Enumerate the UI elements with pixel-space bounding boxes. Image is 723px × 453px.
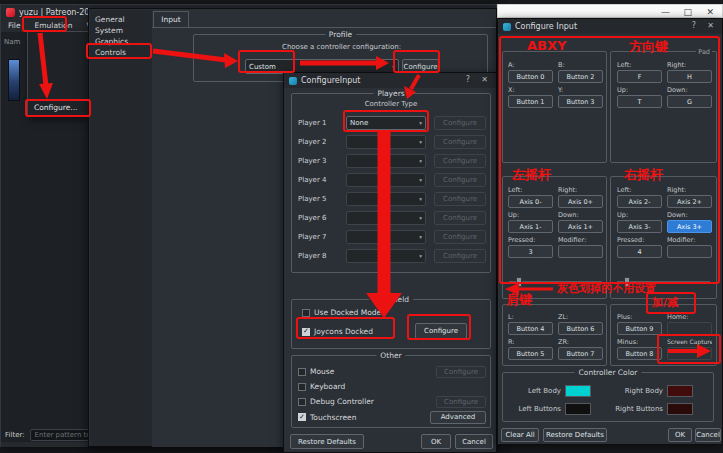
game-thumbnail[interactable] <box>8 59 20 101</box>
player-1-controller-value: None <box>350 119 368 127</box>
right-body-swatch[interactable] <box>667 385 693 397</box>
debug-configure-button[interactable]: Configure <box>436 396 486 408</box>
player-5-configure-button[interactable]: Configure <box>434 192 486 206</box>
rstick-pressed-button[interactable]: 4 <box>617 245 662 258</box>
restore-defaults-button[interactable]: Restore Defaults <box>543 428 607 442</box>
player-8-configure-button[interactable]: Configure <box>434 249 486 263</box>
system-minus-button[interactable]: Button 8 <box>617 347 662 360</box>
clear-all-button[interactable]: Clear All <box>501 428 539 442</box>
dialog-icon <box>503 23 511 31</box>
player-4-controller-combo[interactable]: ▾ <box>346 173 426 187</box>
sidebar-item-general[interactable]: General <box>90 14 152 25</box>
menu-item-configure[interactable]: Configure... <box>30 101 88 114</box>
dropdown-arrow-icon: ▾ <box>419 196 422 202</box>
input-mapping-dialog: Configure Input ? ✕ A:Button 0 B:Button … <box>497 18 723 445</box>
face-b-button[interactable]: Button 2 <box>558 70 603 83</box>
sidebar-item-controls[interactable]: Controls <box>90 47 152 58</box>
ci-restore-defaults-button[interactable]: Restore Defaults <box>290 434 364 449</box>
tab-input[interactable]: Input <box>153 11 189 27</box>
dpad-group: Pad Left:F Right:H Up:T Down:G <box>610 51 717 163</box>
player-2-controller-combo[interactable]: ▾ <box>346 135 426 149</box>
player-5-controller-combo[interactable]: ▾ <box>346 192 426 206</box>
dpad-up-button[interactable]: T <box>617 95 662 108</box>
right-buttons-swatch[interactable] <box>667 403 693 415</box>
lstick-left-button[interactable]: Axis 0- <box>508 195 553 208</box>
dpad-down-button[interactable]: G <box>667 95 712 108</box>
checkbox-joycons-docked[interactable]: ✓ Joycons Docked <box>302 327 373 336</box>
dpad-left-button[interactable]: F <box>617 70 662 83</box>
player-8-controller-combo[interactable]: ▾ <box>346 249 426 263</box>
system-home-button[interactable] <box>667 322 712 335</box>
checkbox-keyboard[interactable]: Keyboard <box>298 382 345 391</box>
dpad-right-button[interactable]: H <box>667 70 712 83</box>
check-icon: ✓ <box>299 414 305 421</box>
minimize-icon[interactable]: — <box>661 5 670 19</box>
rstick-left-button[interactable]: Axis 2- <box>617 195 662 208</box>
face-a-button[interactable]: Button 0 <box>508 70 553 83</box>
player-2-configure-button[interactable]: Configure <box>434 135 486 149</box>
shoulder-zl-button[interactable]: Button 6 <box>558 322 603 335</box>
face-x-button[interactable]: Button 1 <box>508 95 553 108</box>
rstick-right-button[interactable]: Axis 2+ <box>667 195 712 208</box>
close-icon[interactable]: ✕ <box>706 5 714 19</box>
checkbox-box <box>298 368 306 376</box>
sidebar-item-graphics[interactable]: Graphics <box>90 36 152 47</box>
sidebar-item-system[interactable]: System <box>90 25 152 36</box>
help-icon[interactable]: ? <box>692 21 696 30</box>
checkbox-debug-controller[interactable]: Debug Controller <box>298 397 374 406</box>
player-6-configure-button[interactable]: Configure <box>434 211 486 225</box>
shoulder-l-button[interactable]: Button 4 <box>508 322 553 335</box>
handheld-configure-button[interactable]: Configure <box>415 323 467 339</box>
player-3-controller-combo[interactable]: ▾ <box>346 154 426 168</box>
mouse-configure-button[interactable]: Configure <box>436 366 486 378</box>
rstick-left-label: Left: <box>617 186 662 194</box>
ci-cancel-button[interactable]: Cancel <box>455 434 493 449</box>
shoulder-zr-button[interactable]: Button 7 <box>558 347 603 360</box>
left-body-swatch[interactable] <box>565 385 591 397</box>
shoulder-r-label: R: <box>508 338 553 346</box>
help-icon[interactable]: ? <box>466 75 470 84</box>
profile-caption: Choose a controller configuration: <box>194 43 489 51</box>
player-7-configure-button[interactable]: Configure <box>434 230 486 244</box>
player-6-controller-combo[interactable]: ▾ <box>346 211 426 225</box>
joycons-docked-label: Joycons Docked <box>314 327 373 336</box>
rstick-down-button[interactable]: Axis 3+ <box>667 220 712 233</box>
system-screencapture-button[interactable] <box>667 347 712 360</box>
left-buttons-swatch[interactable] <box>565 403 591 415</box>
close-icon[interactable]: ✕ <box>707 21 714 30</box>
shoulder-r-button[interactable]: Button 5 <box>508 347 553 360</box>
lstick-right-button[interactable]: Axis 0+ <box>558 195 603 208</box>
cancel-button[interactable]: Cancel <box>695 428 721 442</box>
checkbox-use-docked-mode[interactable]: Use Docked Mode <box>302 308 381 317</box>
menu-file[interactable]: File <box>1 19 28 32</box>
face-y-button[interactable]: Button 3 <box>558 95 603 108</box>
face-a-label: A: <box>508 61 553 69</box>
background-window-titlebar: — □ ✕ <box>497 4 723 18</box>
system-plus-button[interactable]: Button 9 <box>617 322 662 335</box>
ok-button[interactable]: OK <box>668 428 692 442</box>
player-7-controller-combo[interactable]: ▾ <box>346 230 426 244</box>
player-3-configure-button[interactable]: Configure <box>434 154 486 168</box>
maximize-icon[interactable]: □ <box>683 5 692 19</box>
face-y-label: Y: <box>558 86 603 94</box>
rstick-modifier-button[interactable] <box>667 245 712 258</box>
player-1-controller-combo[interactable]: None▾ <box>346 116 426 130</box>
lstick-pressed-button[interactable]: 3 <box>508 245 553 258</box>
lstick-down-button[interactable]: Axis 1+ <box>558 220 603 233</box>
player-4-configure-button[interactable]: Configure <box>434 173 486 187</box>
lstick-up-button[interactable]: Axis 1- <box>508 220 553 233</box>
player-1-configure-button[interactable]: Configure <box>434 116 486 130</box>
slider-handle[interactable] <box>516 277 522 287</box>
ci-ok-button[interactable]: OK <box>421 434 451 449</box>
advanced-button[interactable]: Advanced <box>430 411 486 424</box>
dropdown-arrow-icon: ▾ <box>419 139 422 145</box>
settings-sidebar: General System Graphics Controls <box>90 10 152 446</box>
checkbox-mouse[interactable]: Mouse <box>298 367 334 376</box>
player-rows: Player 1 None▾ Configure Player 2 ▾ Conf… <box>298 116 486 263</box>
configure-input-dialog: ConfigureInput ? ✕ Players Controller Ty… <box>283 72 497 453</box>
mouse-label: Mouse <box>310 367 334 376</box>
rstick-up-button[interactable]: Axis 3- <box>617 220 662 233</box>
lstick-modifier-button[interactable] <box>558 245 603 258</box>
checkbox-touchscreen[interactable]: ✓Touchscreen <box>298 413 356 422</box>
close-icon[interactable]: ✕ <box>481 75 488 84</box>
